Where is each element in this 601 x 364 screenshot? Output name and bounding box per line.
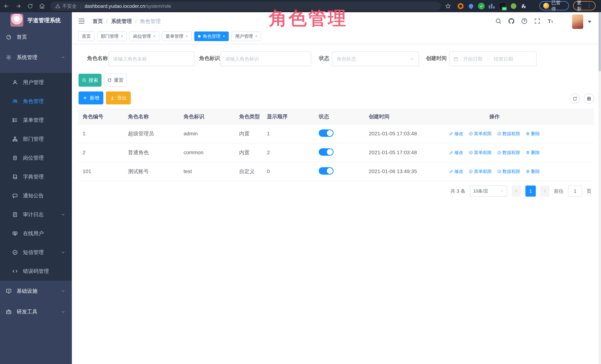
bookmark-star-icon[interactable] [444, 2, 452, 10]
role-key-input[interactable] [220, 51, 311, 66]
github-icon[interactable] [507, 17, 516, 26]
page-number-current[interactable]: 1 [525, 186, 536, 197]
sidebar-item-departments[interactable]: 部门管理 [0, 130, 72, 148]
profile-paused-pill[interactable]: 已暂停 [539, 1, 569, 10]
sidebar-item-online-users[interactable]: 在线用户 [0, 224, 72, 243]
sidebar-item-error-codes[interactable]: 错误码管理 [0, 262, 72, 281]
extension-icon-6[interactable] [510, 2, 518, 10]
fullscreen-icon[interactable] [533, 17, 542, 26]
close-icon[interactable]: × [121, 34, 123, 39]
extension-icon-1[interactable] [457, 2, 464, 10]
edit-link[interactable]: 修改 [449, 150, 463, 156]
sidebar-item-posts[interactable]: 岗位管理 [0, 149, 72, 167]
sidebar-item-label: 部门管理 [23, 136, 44, 143]
tag-departments[interactable]: 部门管理 × [97, 31, 127, 41]
delete-link[interactable]: 删除 [526, 131, 540, 137]
browser-back-icon[interactable] [2, 2, 11, 10]
search-button-label: 搜索 [89, 77, 98, 83]
sidebar-item-sms[interactable]: 短信管理 [0, 243, 72, 262]
start-date-placeholder[interactable]: 开始日期 [463, 56, 482, 62]
data-permission-link[interactable]: 数据权限 [497, 150, 520, 156]
status-toggle[interactable] [319, 148, 334, 156]
data-permission-link[interactable]: 数据权限 [497, 168, 520, 174]
help-icon[interactable] [520, 17, 529, 26]
tag-posts[interactable]: 岗位管理 × [130, 31, 159, 41]
extensions-puzzle-icon[interactable] [520, 2, 528, 10]
chevron-down-icon [61, 289, 66, 294]
breadcrumb-home[interactable]: 首页 [93, 18, 103, 25]
sidebar-item-label: 首页 [17, 33, 27, 40]
close-icon[interactable]: × [223, 34, 225, 39]
font-size-icon[interactable]: TT [546, 17, 555, 26]
url-bar[interactable]: 不安全 | dashboard.yudao.iocoder.cn/system/… [50, 2, 441, 10]
trash-icon [526, 169, 530, 174]
sidebar-item-notices[interactable]: 通知公告 [0, 187, 72, 205]
tag-users[interactable]: 用户管理 × [231, 31, 261, 41]
sidebar-item-dev-tools[interactable]: 研发工具 [0, 303, 72, 321]
sidebar-item-roles[interactable]: 角色管理 [0, 92, 72, 110]
close-icon[interactable]: × [255, 34, 257, 39]
extension-icon-3[interactable] [478, 2, 485, 10]
search-icon[interactable] [494, 17, 503, 26]
role-name-input[interactable] [108, 51, 194, 66]
scrollbar-thumb[interactable] [599, 12, 601, 71]
export-button[interactable]: 导出 [106, 91, 131, 104]
data-permission-link[interactable]: 数据权限 [497, 131, 520, 137]
edit-link[interactable]: 修改 [449, 168, 463, 174]
collapse-sidebar-icon[interactable] [78, 17, 85, 25]
page-size-select[interactable]: 10条/页 [470, 186, 507, 197]
sidebar-item-home[interactable]: 首页 [0, 28, 72, 46]
next-page-button[interactable] [540, 186, 550, 197]
refresh-table-button[interactable] [570, 94, 580, 104]
breadcrumb: 首页 / 系统管理 / 角色管理 [93, 18, 161, 25]
chrome-update-button[interactable]: 更新 ⋮ [573, 1, 596, 10]
browser-home-icon[interactable] [38, 2, 46, 10]
tag-label: 角色管理 [203, 33, 220, 39]
edit-link[interactable]: 修改 [449, 131, 463, 137]
avatar-caret-icon[interactable] [588, 21, 591, 23]
chrome-menu-icon[interactable]: ⋮ [587, 5, 592, 7]
sidebar-item-system[interactable]: 系统管理 [0, 48, 72, 67]
breadcrumb-system[interactable]: 系统管理 [111, 18, 132, 25]
column-settings-button[interactable] [584, 94, 594, 104]
sidebar-item-menus[interactable]: 菜单管理 [0, 111, 72, 129]
delete-link[interactable]: 删除 [526, 168, 540, 174]
sidebar: 芋道管理系统 首页 系统管理 用户管理 角色管理 菜单管理 [0, 12, 72, 364]
close-icon[interactable]: × [186, 34, 188, 39]
goto-page-input[interactable] [568, 186, 582, 197]
sidebar-item-dictionary[interactable]: 字典管理 [0, 167, 72, 186]
create-time-label: 创建时间 [426, 55, 447, 62]
monitor-check-icon [6, 288, 12, 294]
close-icon[interactable]: × [153, 34, 156, 39]
sidebar-item-users[interactable]: 用户管理 [0, 73, 72, 92]
status-select[interactable]: 角色状态 [332, 51, 419, 66]
end-date-placeholder[interactable]: 结束日期 [494, 56, 513, 62]
tag-home[interactable]: 首页 [78, 31, 94, 41]
extension-icon-4[interactable] [488, 2, 496, 10]
create-time-range-picker[interactable]: 开始日期 - 结束日期 [449, 51, 537, 66]
menu-permission-link[interactable]: 菜单权限 [469, 168, 492, 174]
chevron-left-icon [514, 189, 518, 193]
browser-forward-icon[interactable] [14, 2, 23, 10]
user-avatar[interactable] [572, 14, 583, 29]
prev-page-button[interactable] [512, 186, 521, 197]
extension-icon-2[interactable] [467, 2, 475, 10]
search-button[interactable]: 搜索 [79, 74, 101, 87]
tag-roles-active[interactable]: 角色管理 × [194, 31, 229, 41]
status-toggle[interactable] [319, 129, 334, 137]
log-document-icon [12, 212, 18, 217]
status-toggle[interactable] [319, 167, 334, 175]
security-warning[interactable]: 不安全 [55, 3, 77, 10]
extension-icon-5[interactable]: on [499, 2, 506, 10]
browser-reload-icon[interactable] [26, 2, 34, 10]
tag-menus[interactable]: 菜单管理 × [162, 31, 192, 41]
sidebar-item-label: 在线用户 [23, 230, 44, 237]
menu-permission-link[interactable]: 菜单权限 [469, 131, 492, 137]
sidebar-item-infrastructure[interactable]: 基础设施 [0, 282, 72, 300]
add-role-button[interactable]: 新增 [79, 91, 103, 104]
page-scrollbar[interactable] [598, 12, 601, 364]
menu-permission-link[interactable]: 菜单权限 [469, 150, 492, 156]
reset-button[interactable]: 重置 [104, 74, 127, 87]
sidebar-item-audit-log[interactable]: 审计日志 [0, 205, 72, 224]
delete-link[interactable]: 删除 [526, 150, 540, 156]
